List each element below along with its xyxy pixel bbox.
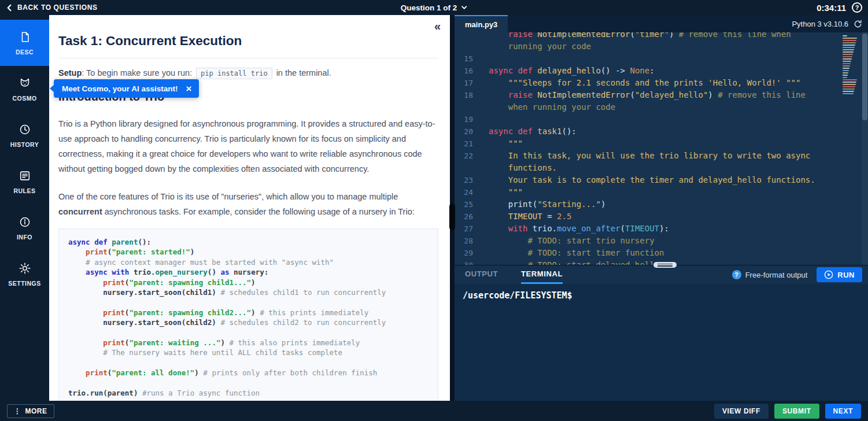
editor-code-row[interactable]: 20async def task1(): [455, 125, 868, 138]
free-format-output[interactable]: ? Free-format output [732, 270, 808, 279]
submit-button[interactable]: SUBMIT [774, 404, 819, 419]
description-code-line [68, 328, 429, 338]
line-number: 26 [455, 211, 473, 223]
play-icon [824, 270, 833, 279]
editor-code: raise NotImplementedError("timer") # rem… [455, 32, 868, 265]
description-code-line: print("parent: started!") [68, 247, 429, 257]
setup-label: Setup [58, 68, 82, 77]
description-code-line: print("parent: waiting ...") # this also… [68, 338, 429, 348]
editor-code-row[interactable]: 28 # TODO: start trio nursery [455, 235, 868, 247]
run-label: RUN [837, 271, 855, 279]
setup-inline-code: pip install trio [196, 68, 272, 79]
description-code-line: print("parent: spawning child2...") # th… [68, 308, 429, 317]
editor-code-row[interactable]: running your code [455, 40, 868, 53]
run-button[interactable]: RUN [817, 267, 862, 282]
editor-code-row[interactable]: functions. [455, 162, 868, 174]
sidebar-item-label: INFO [17, 234, 32, 241]
chevron-left-icon [6, 4, 13, 12]
intro-paragraph: Trio is a Python library designed for as… [58, 116, 438, 176]
sidebar-item-settings[interactable]: SETTINGS [0, 251, 49, 297]
editor-code-row[interactable]: 23 Your task is to complete the timer an… [455, 174, 868, 186]
terminal[interactable]: /usercode/FILESYSTEM$ [455, 284, 868, 401]
line-number [455, 162, 473, 174]
timer: 0:34:11 [817, 3, 846, 13]
editor-code-row[interactable]: 19 [455, 113, 868, 125]
description-code-line: nursery.start_soon(child2) # schedules c… [68, 317, 429, 327]
line-number: 29 [455, 247, 473, 259]
editor-code-row[interactable]: when running your code [455, 101, 868, 113]
rules-list-icon [19, 169, 31, 182]
description-content: Task 1: Concurrent Execution Setup: To b… [49, 15, 450, 401]
panel-vertical-divider[interactable] [450, 15, 455, 401]
sidebar-item-rules[interactable]: RULES [0, 158, 49, 205]
back-to-questions-button[interactable]: BACK TO QUESTIONS [6, 3, 98, 12]
setup-line: Setup: To begin make sure you run:pip in… [58, 68, 438, 77]
line-number [455, 101, 473, 113]
description-code-block: async def parent(): print("parent: start… [58, 228, 438, 401]
task-title: Task 1: Concurrent Execution [58, 34, 438, 49]
sidebar-item-desc[interactable]: DESC [0, 20, 49, 66]
editor-code-row[interactable]: raise NotImplementedError("timer") # rem… [455, 32, 868, 40]
collapse-panel-icon[interactable]: « [434, 20, 441, 33]
description-code-line: print("parent: all done!") # prints only… [68, 368, 429, 378]
chevron-down-icon [461, 5, 467, 10]
editor-code-row[interactable]: 15 [455, 53, 868, 65]
editor-scrollbar[interactable] [862, 32, 868, 265]
sidebar-item-cosmo[interactable]: COSMO [0, 66, 49, 112]
topbar-right: 0:34:11 ? [817, 2, 862, 13]
nursery-text-after: asynchronous tasks. For example, conside… [102, 207, 415, 216]
output-tabbar: OUTPUT TERMINAL ? Free-format output RUN [455, 265, 868, 284]
runtime-info: Python 3 v3.10.6 [792, 15, 868, 32]
nursery-text-bold: concurrent [58, 207, 102, 216]
editor-code-row[interactable]: 27 with trio.move_on_after(TIMEOUT): [455, 223, 868, 235]
view-diff-button[interactable]: VIEW DIFF [714, 404, 769, 419]
editor-code-row[interactable]: 29 # TODO: start timer function [455, 247, 868, 259]
tab-main-py3[interactable]: main.py3 [455, 15, 508, 32]
description-code-line: print("parent: spawning child1...") [68, 278, 429, 287]
more-label: MORE [25, 407, 47, 415]
tab-terminal[interactable]: TERMINAL [521, 265, 563, 284]
description-panel: « Task 1: Concurrent Execution Setup: To… [49, 15, 450, 401]
line-number: 20 [455, 125, 473, 138]
tab-output[interactable]: OUTPUT [465, 265, 498, 284]
line-number: 18 [455, 89, 473, 101]
description-code-line: # The nursery waits here until ALL child… [68, 348, 429, 357]
code-editor[interactable]: raise NotImplementedError("timer") # rem… [455, 32, 868, 265]
back-label: BACK TO QUESTIONS [17, 3, 98, 12]
editor-code-row[interactable]: 18 raise NotImplementedError("delayed_he… [455, 89, 868, 101]
nursery-text-before: One of the core features of Trio is its … [58, 192, 398, 201]
next-button[interactable]: NEXT [825, 404, 861, 419]
line-number: 23 [455, 174, 473, 186]
description-code-line: # async context manager must be started … [68, 257, 429, 267]
sidebar-item-info[interactable]: INFO [0, 205, 49, 251]
editor-code-row[interactable]: 17 """Sleeps for 2.1 seconds and the pri… [455, 77, 868, 89]
nursery-paragraph: One of the core features of Trio is its … [58, 189, 438, 219]
line-number: 27 [455, 223, 473, 235]
panel-resize-handle[interactable] [653, 262, 677, 268]
help-icon[interactable]: ? [852, 2, 862, 13]
editor-code-row[interactable]: 22 In this task, you will use the trio l… [455, 150, 868, 162]
cat-icon [18, 77, 32, 90]
info-icon [19, 216, 31, 228]
editor-code-row[interactable]: 26 TIMEOUT = 2.5 [455, 211, 868, 223]
more-button[interactable]: ⋮ MORE [7, 404, 54, 418]
close-icon[interactable]: × [186, 84, 192, 94]
sidebar-item-label: DESC [16, 49, 34, 56]
reset-code-icon[interactable] [854, 20, 862, 28]
editor-code-row[interactable]: 16async def delayed_hello() -> None: [455, 65, 868, 77]
line-number: 24 [455, 186, 473, 198]
editor-code-row[interactable]: 21 """ [455, 138, 868, 150]
gear-icon [19, 262, 31, 275]
sidebar-item-history[interactable]: HISTORY [0, 112, 49, 158]
editor-code-row[interactable]: 24 """ [455, 186, 868, 198]
minimap[interactable] [843, 35, 859, 94]
editor-code-row[interactable]: 25 print("Starting...") [455, 198, 868, 211]
outbar-right: ? Free-format output RUN [732, 265, 868, 284]
editor-scrollbar-thumb[interactable] [862, 34, 867, 120]
description-code-line [68, 358, 429, 368]
question-nav-dropdown[interactable]: Question 1 of 2 [401, 3, 468, 12]
line-number: 16 [455, 65, 473, 77]
topbar: BACK TO QUESTIONS Question 1 of 2 0:34:1… [0, 0, 868, 15]
line-number: 15 [455, 53, 473, 65]
description-code-line [68, 297, 429, 307]
